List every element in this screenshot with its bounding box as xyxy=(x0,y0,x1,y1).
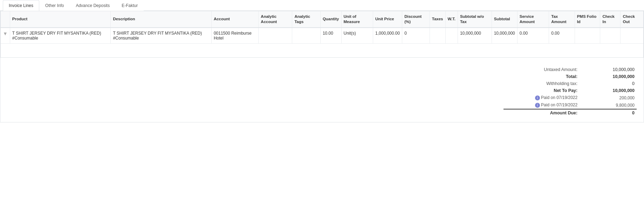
tab-invoice-lines[interactable]: Invoice Lines xyxy=(3,0,39,11)
info-icon[interactable]: i xyxy=(535,103,540,108)
summary-label: Untaxed Amount: xyxy=(503,66,580,73)
column-header-account[interactable]: Account xyxy=(211,11,258,28)
cell-taxes xyxy=(430,28,445,44)
column-header-product[interactable]: Product xyxy=(10,11,111,28)
cell-check-in xyxy=(600,28,621,44)
column-header-quantity[interactable]: Quantity xyxy=(320,11,341,28)
payment-row: i Paid on 07/19/2022200,000 xyxy=(503,94,637,101)
table-row[interactable]: ▼T SHIRT JERSEY DRY FIT MYSANTIKA (RED) … xyxy=(1,28,643,44)
summary-row: Net To Pay:10,000,000 xyxy=(503,87,637,94)
summary-value: 10,000,000 xyxy=(580,87,637,94)
summary-label: Net To Pay: xyxy=(503,87,580,94)
column-header-subtotal-wo-tax[interactable]: Subtotal w/o Tax xyxy=(458,11,492,28)
column-header-analytic-account[interactable]: Analytic Account xyxy=(259,11,292,28)
column-header-subtotal[interactable]: Subtotal xyxy=(492,11,517,28)
invoice-lines-table: ProductDescriptionAccountAnalytic Accoun… xyxy=(1,11,643,57)
column-header-tax-amount[interactable]: Tax Amount xyxy=(549,11,575,28)
cell-wt xyxy=(445,28,458,44)
column-header-check-in[interactable]: Check In xyxy=(600,11,621,28)
payment-amount: 200,000 xyxy=(580,94,637,101)
empty-row xyxy=(1,43,643,57)
summary-section: Untaxed Amount:10,000,000Total:10,000,00… xyxy=(0,61,644,122)
summary-row: Amount Due:0 xyxy=(503,109,637,116)
summary-row: Untaxed Amount:10,000,000 xyxy=(503,66,637,73)
invoice-lines-table-wrapper: ProductDescriptionAccountAnalytic Accoun… xyxy=(0,11,644,58)
info-icon[interactable]: i xyxy=(535,95,540,100)
cell-quantity: 10.00 xyxy=(320,28,341,44)
column-header-pms-folio-id[interactable]: PMS Folio Id xyxy=(575,11,600,28)
summary-value: 10,000,000 xyxy=(580,66,637,73)
column-header-wt[interactable]: W.T. xyxy=(445,11,458,28)
column-header-unit-of-measure[interactable]: Unit of Measure xyxy=(341,11,373,28)
table-header-row: ProductDescriptionAccountAnalytic Accoun… xyxy=(1,11,643,28)
summary-row: Total:10,000,000 xyxy=(503,73,637,80)
column-header-taxes[interactable]: Taxes xyxy=(430,11,445,28)
tab-advance-deposits[interactable]: Advance Deposits xyxy=(70,0,116,11)
cell-subtotal: 10,000,000 xyxy=(492,28,517,44)
column-header-discount[interactable]: Discount (%) xyxy=(402,11,430,28)
cell-account: 0011500 Reimburse Hotel xyxy=(211,28,258,44)
table-outer-wrapper: ProductDescriptionAccountAnalytic Accoun… xyxy=(0,11,644,122)
cell-unit-of-measure: Unit(s) xyxy=(341,28,373,44)
summary-value: 0 xyxy=(580,80,637,87)
payment-label: i Paid on 07/19/2022 xyxy=(503,94,580,101)
cell-product: T SHIRT JERSEY DRY FIT MYSANTIKA (RED) #… xyxy=(10,28,111,44)
sort-handle[interactable]: ▼ xyxy=(1,28,10,44)
summary-value: 0 xyxy=(580,109,637,116)
column-header-unit-price[interactable]: Unit Price xyxy=(373,11,402,28)
cell-tax-amount: 0.00 xyxy=(549,28,575,44)
cell-service-amount: 0.00 xyxy=(517,28,549,44)
tab-other-info[interactable]: Other Info xyxy=(39,0,70,11)
cell-analytic-account xyxy=(259,28,292,44)
cell-pms-folio-id xyxy=(575,28,600,44)
payment-label: i Paid on 07/19/2022 xyxy=(503,101,580,109)
column-header-analytic-tags[interactable]: Analytic Tags xyxy=(292,11,320,28)
summary-label: Withholding tax: xyxy=(503,80,580,87)
cell-check-out xyxy=(621,28,643,44)
summary-label: Amount Due: xyxy=(503,109,580,116)
summary-value: 10,000,000 xyxy=(580,73,637,80)
cell-analytic-tags xyxy=(292,28,320,44)
column-header-check-out[interactable]: Check Out xyxy=(621,11,643,28)
tab-e-faktur[interactable]: E-Faktur xyxy=(116,0,144,11)
tabs-container: Invoice LinesOther InfoAdvance DepositsE… xyxy=(0,0,644,11)
summary-row: Withholding tax:0 xyxy=(503,80,637,87)
column-header-description[interactable]: Description xyxy=(111,11,212,28)
sort-column-header xyxy=(1,11,10,28)
cell-subtotal-wo-tax: 10,000,000 xyxy=(458,28,492,44)
cell-discount: 0 xyxy=(402,28,430,44)
summary-label: Total: xyxy=(503,73,580,80)
column-header-service-amount[interactable]: Service Amount xyxy=(517,11,549,28)
payment-row: i Paid on 07/19/20229,800,000 xyxy=(503,101,637,109)
summary-table: Untaxed Amount:10,000,000Total:10,000,00… xyxy=(503,66,637,116)
payment-amount: 9,800,000 xyxy=(580,101,637,109)
cell-unit-price: 1,000,000.00 xyxy=(373,28,402,44)
cell-description: T SHIRT JERSEY DRY FIT MYSANTIKA (RED) #… xyxy=(111,28,212,44)
